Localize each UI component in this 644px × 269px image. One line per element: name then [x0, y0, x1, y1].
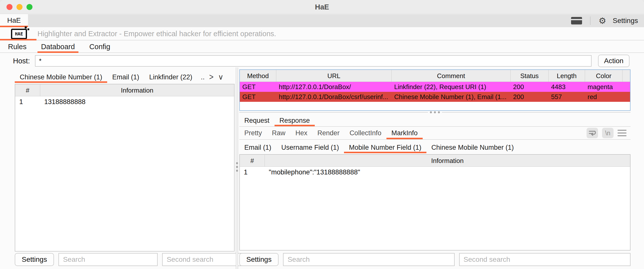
cell-url: http://127.0.0.1/DoraBox/csrf/userinf... [276, 92, 392, 102]
left-panel-footer: Settings [15, 253, 234, 266]
column-header-comment[interactable]: Comment [392, 70, 510, 82]
tab-email[interactable]: Email (1) [107, 71, 144, 83]
cell-method: GET [240, 92, 276, 102]
column-header-information[interactable]: Information [265, 155, 630, 167]
column-header-status[interactable]: Status [510, 70, 548, 82]
cell-information: "mobilephone":"13188888888" [265, 167, 630, 178]
host-filter-bar: Host: Action [0, 53, 644, 68]
markinfo-information-table: # Information 1 "mobilephone":"131888888… [239, 154, 630, 251]
tab-mobile-number-field[interactable]: Mobile Number Field (1) [344, 142, 426, 153]
newline-icon[interactable]: \n [602, 128, 614, 138]
tab-request[interactable]: Request [239, 115, 274, 126]
layout-panel-icon[interactable] [571, 17, 582, 24]
chevron-right-icon[interactable]: > [209, 71, 214, 84]
hae-logo-pixel [28, 28, 29, 30]
splitter-handle-dots [236, 162, 238, 172]
cell-color: red [585, 92, 622, 102]
host-label: Host: [13, 53, 30, 68]
left-search-input[interactable] [58, 253, 158, 266]
table-header-row: Method URL Comment Status Length Color [240, 70, 630, 82]
column-header-filler [622, 70, 630, 82]
window-title: HaE [0, 0, 644, 14]
column-header-url[interactable]: URL [276, 70, 392, 82]
right-search-input[interactable] [283, 253, 454, 266]
splitter-handle-dots [428, 111, 442, 113]
word-wrap-icon[interactable] [586, 128, 598, 138]
tab-config[interactable]: Config [86, 41, 114, 52]
tab-linkfinder[interactable]: Linkfinder (22) [144, 71, 197, 83]
table-row[interactable]: 1 "mobilephone":"13188888888" [240, 167, 630, 178]
app-window: HaE HaE ⚙ Settings HAE Highlighter and E… [0, 0, 644, 269]
table-header-row: # Information [240, 155, 630, 167]
right-settings-button[interactable]: Settings [239, 253, 278, 266]
cell-length: 4483 [548, 82, 585, 92]
left-information-table: # Information 1 13188888888 [15, 84, 234, 252]
request-history-table: Method URL Comment Status Length Color G… [239, 69, 630, 111]
message-editor-tabs: Request Response [239, 114, 630, 127]
cell-information: 13188888888 [40, 96, 234, 107]
tab-username-field[interactable]: Username Field (1) [276, 142, 344, 153]
cell-color: magenta [585, 82, 622, 92]
column-header-color[interactable]: Color [585, 70, 622, 82]
cell-comment: Chinese Mobile Number (1), Email (1... [392, 92, 510, 102]
main-nav-tabs: Rules Databoard Config [0, 41, 644, 53]
tab-markinfo[interactable]: MarkInfo [386, 127, 423, 139]
table-header-row: # Information [15, 84, 234, 96]
databoard-left-panel: Chinese Mobile Number (1) Email (1) Link… [15, 69, 234, 267]
layout-panel-icon-slit [571, 19, 582, 20]
tab-email-field[interactable]: Email (1) [239, 142, 276, 153]
titlebar: HaE [0, 0, 644, 14]
menu-icon[interactable] [618, 130, 626, 136]
table-row-magenta[interactable]: GET http://127.0.0.1/DoraBox/ Linkfinder… [240, 82, 630, 92]
vertical-splitter[interactable] [236, 67, 238, 269]
settings-menu-button[interactable]: Settings [613, 17, 638, 25]
extension-tab-bar: HaE ⚙ Settings [0, 14, 644, 27]
word-wrap-icon-glyph [588, 129, 596, 137]
action-button[interactable]: Action [598, 55, 630, 67]
tab-hex[interactable]: Hex [290, 127, 312, 139]
tab-rules[interactable]: Rules [4, 41, 30, 52]
horizontal-splitter[interactable] [239, 111, 630, 114]
databoard-right-panel: Method URL Comment Status Length Color G… [239, 69, 630, 267]
host-input[interactable] [35, 55, 592, 67]
cell-url: http://127.0.0.1/DoraBox/ [276, 82, 392, 92]
tab-pretty[interactable]: Pretty [239, 127, 267, 139]
chevron-down-icon[interactable]: ∨ [218, 71, 224, 83]
tab-chinese-mobile-number[interactable]: Chinese Mobile Number (1) [426, 142, 519, 153]
tab-chinese-mobile-number[interactable]: Chinese Mobile Number (1) [15, 71, 107, 83]
column-header-method[interactable]: Method [240, 70, 276, 82]
column-header-number[interactable]: # [15, 84, 40, 96]
data-type-tabs: Chinese Mobile Number (1) Email (1) Link… [15, 69, 234, 83]
tab-render[interactable]: Render [312, 127, 345, 139]
left-settings-button[interactable]: Settings [15, 253, 54, 266]
hae-logo: HAE [11, 29, 27, 39]
table-row[interactable]: 1 13188888888 [15, 96, 234, 107]
column-header-number[interactable]: # [240, 155, 265, 167]
banner-subtitle: Highlighter and Extractor - Empower ethi… [38, 27, 276, 40]
gear-icon[interactable]: ⚙ [598, 14, 606, 27]
right-panel-footer: Settings [239, 253, 630, 266]
tab-databoard[interactable]: Databoard [38, 41, 78, 52]
hae-logo-pixel [25, 26, 27, 28]
tab-response[interactable]: Response [274, 115, 315, 126]
cell-status: 200 [510, 92, 548, 102]
right-second-search-input[interactable] [459, 253, 630, 266]
toolbar-divider [590, 16, 590, 25]
cell-number: 1 [15, 96, 40, 107]
cell-method: GET [240, 82, 276, 92]
markinfo-field-tabs: Email (1) Username Field (1) Mobile Numb… [239, 140, 630, 153]
cell-number: 1 [240, 167, 265, 178]
column-header-length[interactable]: Length [548, 70, 585, 82]
table-row-red[interactable]: GET http://127.0.0.1/DoraBox/csrf/userin… [240, 92, 630, 102]
cell-status: 200 [510, 82, 548, 92]
tab-raw[interactable]: Raw [267, 127, 290, 139]
cell-comment: Linkfinder (22), Request URI (1) [392, 82, 510, 92]
hae-logo-text: HAE [12, 30, 26, 38]
tab-hae[interactable]: HaE [0, 14, 28, 27]
newline-icon-glyph: \n [605, 130, 610, 137]
extension-banner: HAE Highlighter and Extractor - Empower … [0, 27, 644, 40]
banner-accent-underline [0, 39, 36, 40]
cell-length: 557 [548, 92, 585, 102]
column-header-information[interactable]: Information [40, 84, 234, 96]
tab-collectinfo[interactable]: CollectInfo [344, 127, 386, 139]
